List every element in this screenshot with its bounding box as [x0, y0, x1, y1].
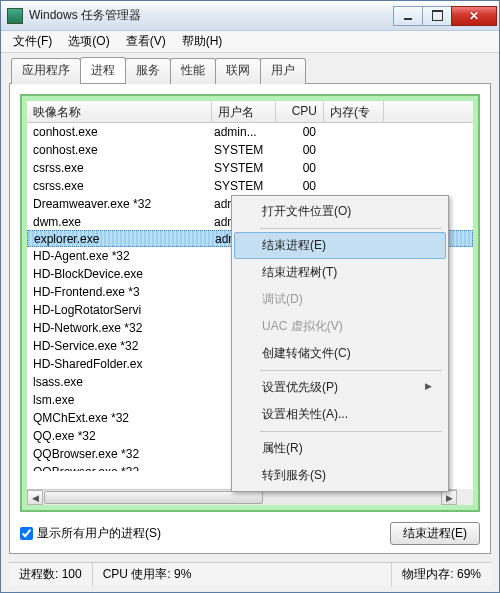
- process-list[interactable]: 映像名称 用户名 CPU 内存(专 conhost.exeadmin...00c…: [27, 101, 473, 505]
- scroll-left-button[interactable]: ◀: [27, 490, 43, 505]
- col-image-name[interactable]: 映像名称: [27, 101, 212, 122]
- task-manager-window: Windows 任务管理器 文件(F) 选项(O) 查看(V) 帮助(H) 应用…: [0, 0, 500, 593]
- show-all-users-checkbox[interactable]: 显示所有用户的进程(S): [20, 525, 390, 542]
- column-headers: 映像名称 用户名 CPU 内存(专: [27, 101, 473, 123]
- ctx-goto-services[interactable]: 转到服务(S): [234, 462, 446, 489]
- minimize-button[interactable]: [393, 6, 423, 26]
- tab-performance[interactable]: 性能: [170, 58, 216, 84]
- table-row[interactable]: csrss.exeSYSTEM00: [27, 159, 473, 177]
- ctx-create-dump[interactable]: 创建转储文件(C): [234, 340, 446, 367]
- ctx-uac-virtualization: UAC 虚拟化(V): [234, 313, 446, 340]
- col-memory[interactable]: 内存(专: [324, 101, 384, 122]
- end-process-button[interactable]: 结束进程(E): [390, 522, 480, 545]
- titlebar[interactable]: Windows 任务管理器: [1, 1, 499, 31]
- tab-applications[interactable]: 应用程序: [11, 58, 81, 84]
- menu-options[interactable]: 选项(O): [60, 31, 117, 52]
- ctx-debug: 调试(D): [234, 286, 446, 313]
- scroll-right-button[interactable]: ▶: [441, 490, 457, 505]
- menu-file[interactable]: 文件(F): [5, 31, 60, 52]
- maximize-button[interactable]: [422, 6, 452, 26]
- scroll-corner: [457, 489, 473, 505]
- status-bar: 进程数: 100 CPU 使用率: 9% 物理内存: 69%: [9, 562, 491, 586]
- app-icon: [7, 8, 23, 24]
- ctx-open-location[interactable]: 打开文件位置(O): [234, 198, 446, 225]
- table-row[interactable]: conhost.exeadmin...00: [27, 123, 473, 141]
- show-all-users-label: 显示所有用户的进程(S): [37, 525, 161, 542]
- table-row[interactable]: csrss.exeSYSTEM00: [27, 177, 473, 195]
- table-row[interactable]: conhost.exeSYSTEM00: [27, 141, 473, 159]
- process-list-frame: 映像名称 用户名 CPU 内存(专 conhost.exeadmin...00c…: [20, 94, 480, 512]
- ctx-end-process[interactable]: 结束进程(E): [234, 232, 446, 259]
- tab-processes[interactable]: 进程: [80, 57, 126, 83]
- status-process-count: 进程数: 100: [9, 563, 93, 586]
- window-title: Windows 任务管理器: [29, 7, 394, 24]
- tab-users[interactable]: 用户: [260, 58, 306, 84]
- ctx-set-priority[interactable]: 设置优先级(P): [234, 374, 446, 401]
- tab-networking[interactable]: 联网: [215, 58, 261, 84]
- col-cpu[interactable]: CPU: [276, 101, 324, 122]
- scroll-track[interactable]: [43, 490, 441, 505]
- ctx-properties[interactable]: 属性(R): [234, 435, 446, 462]
- tab-services[interactable]: 服务: [125, 58, 171, 84]
- context-menu: 打开文件位置(O) 结束进程(E) 结束进程树(T) 调试(D) UAC 虚拟化…: [231, 195, 449, 492]
- col-user-name[interactable]: 用户名: [212, 101, 276, 122]
- show-all-users-input[interactable]: [20, 527, 33, 540]
- separator: [260, 370, 442, 371]
- status-memory-usage: 物理内存: 69%: [392, 563, 491, 586]
- scroll-thumb[interactable]: [44, 491, 263, 504]
- client-area: 应用程序 进程 服务 性能 联网 用户 映像名称 用户名 CPU 内存(专 co…: [1, 53, 499, 560]
- tab-page-processes: 映像名称 用户名 CPU 内存(专 conhost.exeadmin...00c…: [9, 83, 491, 554]
- ctx-end-process-tree[interactable]: 结束进程树(T): [234, 259, 446, 286]
- separator: [260, 228, 442, 229]
- menu-help[interactable]: 帮助(H): [174, 31, 231, 52]
- menu-view[interactable]: 查看(V): [118, 31, 174, 52]
- tabstrip: 应用程序 进程 服务 性能 联网 用户: [11, 57, 491, 83]
- close-button[interactable]: [451, 6, 497, 26]
- status-cpu-usage: CPU 使用率: 9%: [93, 563, 393, 586]
- separator: [260, 431, 442, 432]
- ctx-set-affinity[interactable]: 设置相关性(A)...: [234, 401, 446, 428]
- bottom-row: 显示所有用户的进程(S) 结束进程(E): [20, 522, 480, 545]
- menubar: 文件(F) 选项(O) 查看(V) 帮助(H): [1, 31, 499, 53]
